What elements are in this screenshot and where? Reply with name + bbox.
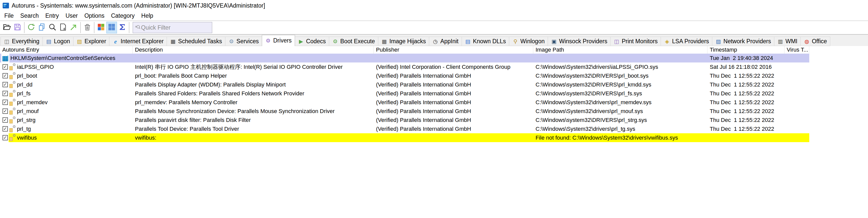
publisher-cell: (Verified) Parallels International GmbH: [374, 98, 533, 107]
menu-category[interactable]: Category: [107, 11, 138, 21]
entry-cell: ✓⚙prl_dd: [0, 80, 133, 89]
find-button[interactable]: [47, 22, 58, 33]
column-header-path[interactable]: Image Path: [533, 46, 708, 53]
tab-winlogon[interactable]: ⚲Winlogon: [509, 37, 548, 46]
entry-checkbox[interactable]: ✓: [3, 135, 8, 140]
image-path-cell: C:\Windows\system32\DRIVERS\prl_boot.sys: [533, 71, 708, 80]
entry-fill: ⚙prl_mouf: [9, 107, 131, 116]
tab-lsa-providers[interactable]: ◈LSA Providers: [661, 37, 712, 46]
image-path-cell: C:\Windows\system32\DRIVERS\prl_fs.sys: [533, 89, 708, 98]
driver-entry-row[interactable]: ✓⚙prl_strgParallels paravirt disk filter…: [0, 116, 809, 124]
tab-winsock-providers[interactable]: ▣Winsock Providers: [548, 37, 611, 46]
driver-entry-row[interactable]: ✓⚙prl_moufParallels Mouse Synchronizatio…: [0, 107, 809, 116]
autoruns-app-icon: [2, 2, 10, 9]
copy-button[interactable]: [36, 22, 47, 33]
entry-checkbox[interactable]: ✓: [3, 82, 8, 87]
tab-print-monitors[interactable]: ◫Print Monitors: [610, 37, 661, 46]
tab-boot-execute[interactable]: ⚙Boot Execute: [329, 37, 378, 46]
entry-checkbox[interactable]: ✓: [3, 108, 8, 114]
tab-scheduled-tasks[interactable]: ▦Scheduled Tasks: [166, 37, 225, 46]
description-cell: vwifibus:: [133, 133, 374, 142]
menu-help[interactable]: Help: [138, 11, 156, 21]
tab-office[interactable]: ◍Office: [800, 37, 830, 46]
print-monitors-icon: ◫: [614, 39, 620, 44]
menu-options[interactable]: Options: [81, 11, 107, 21]
driver-entry-row[interactable]: ✓⚙prl_tgParallels Tool Device: Parallels…: [0, 124, 809, 133]
logon-icon: ▤: [46, 39, 52, 44]
entry-checkbox[interactable]: ✓: [3, 117, 8, 123]
toolbar: [0, 21, 868, 35]
column-header-pub[interactable]: Publisher: [374, 46, 533, 53]
menu-file[interactable]: File: [1, 11, 17, 21]
column-header-desc[interactable]: Description: [133, 46, 374, 53]
entry-checkbox[interactable]: ✓: [3, 64, 8, 70]
tab-wmi[interactable]: ▥WMI: [774, 37, 801, 46]
tab-services[interactable]: ⚙Services: [225, 37, 262, 46]
image-path-cell: C:\Windows\System32\drivers\prl_mouf.sys: [533, 107, 708, 116]
sigma-button[interactable]: [117, 22, 128, 33]
registry-key-row[interactable]: HKLM\System\CurrentControlSet\ServicesTu…: [0, 53, 809, 63]
menu-search[interactable]: Search: [17, 11, 42, 21]
tab-everything[interactable]: ◫Everything: [1, 37, 43, 46]
description-cell: prl_boot: Parallels Boot Camp Helper: [133, 71, 374, 80]
publisher-cell: (Verified) Intel Corporation - Client Co…: [374, 63, 533, 71]
delete-button[interactable]: [82, 22, 93, 33]
jump-to-entry-button[interactable]: [68, 22, 79, 33]
driver-entry-row[interactable]: ✓⚙prl_memdevprl_memdev: Parallels Memory…: [0, 98, 809, 107]
tab-drivers[interactable]: ⚙Drivers: [262, 35, 295, 46]
menu-entry[interactable]: Entry: [42, 11, 62, 21]
driver-entry-row[interactable]: ✓⚙iaLPSSi_GPIOIntel(R) 串行 IO GPIO 主机控制器驱…: [0, 63, 809, 71]
column-header-virus[interactable]: Virus T...: [784, 46, 809, 53]
menu-user[interactable]: User: [62, 11, 81, 21]
microsoft-logo-button[interactable]: [96, 22, 106, 33]
description-cell: Parallels Tool Device: Parallels Tool Dr…: [133, 124, 374, 133]
windows-grid-button[interactable]: [106, 22, 117, 33]
entry-checkbox[interactable]: ✓: [3, 100, 8, 105]
drivers-gear-icon: ⚙: [265, 38, 271, 43]
open-button[interactable]: [2, 22, 12, 33]
tab-known-dlls[interactable]: ▤Known DLLs: [462, 37, 509, 46]
tab-appinit[interactable]: ◷AppInit: [429, 37, 462, 46]
publisher-cell: (Verified) Parallels International GmbH: [374, 80, 533, 89]
entry-fill: ⚙prl_fs: [9, 89, 131, 98]
tab-logon[interactable]: ▤Logon: [42, 37, 73, 46]
publisher-cell: (Verified) Parallels International GmbH: [374, 124, 533, 133]
tab-explorer[interactable]: ▨Explorer: [73, 37, 110, 46]
timestamp-cell: Thu Dec 1 12:55:22 2022: [708, 80, 784, 89]
image-hijacks-icon: ▩: [381, 39, 388, 44]
quick-filter-box[interactable]: [133, 22, 212, 33]
entry-fill: ⚙prl_memdev: [9, 98, 131, 107]
entry-checkbox[interactable]: ✓: [3, 73, 8, 78]
tab-internet-explorer[interactable]: eInternet Explorer: [109, 37, 167, 46]
tab-codecs[interactable]: ▶Codecs: [295, 37, 329, 46]
refresh-button[interactable]: [26, 22, 36, 33]
driver-gear-glyph: ⚙: [13, 98, 16, 102]
entry-checkbox[interactable]: ✓: [3, 126, 8, 132]
column-header-time[interactable]: Timestamp: [708, 46, 784, 53]
tab-image-hijacks[interactable]: ▩Image Hijacks: [378, 37, 429, 46]
tab-network-providers[interactable]: ▨Network Providers: [712, 37, 774, 46]
driver-entry-row[interactable]: ✓⚙prl_fsParallels Shared Folders: Parall…: [0, 89, 809, 98]
entry-cell: ✓⚙prl_strg: [0, 116, 133, 124]
driver-gear-glyph: ⚙: [13, 80, 16, 85]
save-button[interactable]: [12, 22, 23, 33]
driver-entry-row[interactable]: ✓⚙prl_bootprl_boot: Parallels Boot Camp …: [0, 71, 809, 80]
virustotal-cell: [784, 116, 809, 124]
column-header-entry[interactable]: Autoruns Entry: [0, 46, 133, 53]
internet-explorer-icon: e: [113, 38, 119, 44]
driver-gear-glyph: ⚙: [13, 63, 16, 67]
entry-checkbox[interactable]: ✓: [3, 91, 8, 96]
quick-filter-input[interactable]: [141, 24, 210, 31]
publisher-cell: (Verified) Parallels International GmbH: [374, 71, 533, 80]
driver-entry-row[interactable]: ✓⚙prl_ddParallels Display Adapter (WDDM)…: [0, 80, 809, 89]
sigma-icon: [118, 23, 127, 32]
network-providers-icon: ▨: [715, 39, 721, 44]
description-cell: Parallels Mouse Synchronization Device: …: [133, 107, 374, 116]
tab-label: Boot Execute: [340, 38, 375, 45]
driver-entry-row[interactable]: ✓⚙vwifibusvwifibus:File not found: C:\Wi…: [0, 133, 809, 142]
checkbox-zone: ✓: [0, 80, 9, 89]
wmi-icon: ▥: [777, 39, 783, 44]
timestamp-cell: [708, 133, 784, 142]
save-icon: [13, 23, 22, 32]
analyze-offline-button[interactable]: [58, 22, 68, 33]
